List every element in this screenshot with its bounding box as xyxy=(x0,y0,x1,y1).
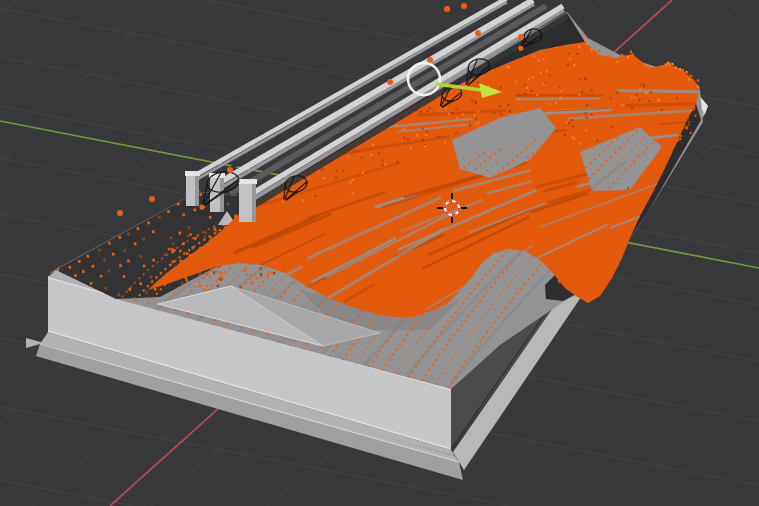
rail-end-post[interactable] xyxy=(238,179,257,222)
rail-end-post[interactable] xyxy=(185,171,200,206)
3d-viewport[interactable] xyxy=(0,0,759,506)
